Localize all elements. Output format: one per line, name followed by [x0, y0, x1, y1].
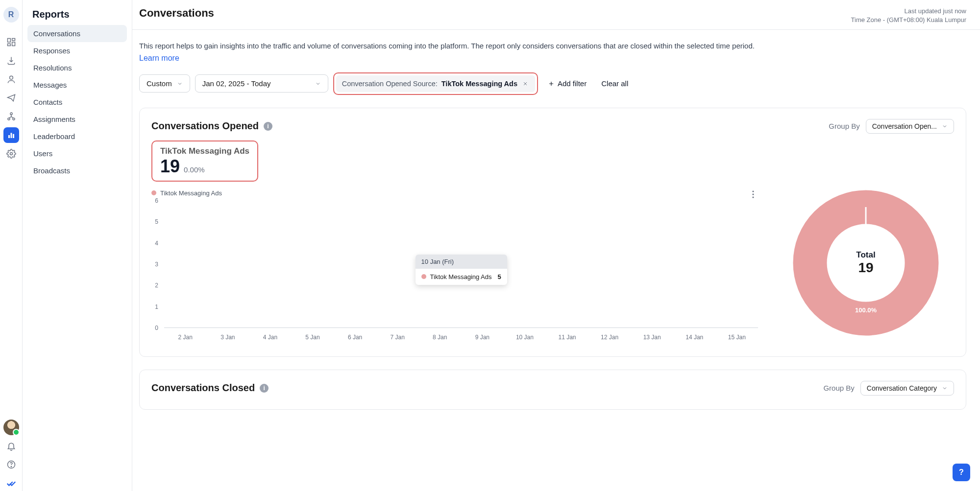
help-bubble-button[interactable]: ?	[953, 464, 970, 481]
chevron-down-icon	[942, 123, 948, 129]
svg-point-4	[9, 76, 13, 79]
sidebar: Reports ConversationsResponsesResolution…	[23, 0, 132, 491]
svg-point-13	[752, 190, 754, 192]
chart-legend: Tiktok Messaging Ads	[151, 189, 758, 197]
x-tick: 13 Jan	[631, 330, 673, 343]
info-icon[interactable]: i	[264, 122, 272, 131]
x-tick: 6 Jan	[334, 330, 376, 343]
svg-rect-1	[12, 39, 15, 41]
svg-point-6	[7, 118, 9, 120]
filter-highlight: Conversation Opened Source: TikTok Messa…	[333, 72, 538, 95]
x-tick: 10 Jan	[504, 330, 546, 343]
chevron-down-icon	[315, 81, 321, 87]
svg-point-5	[10, 113, 12, 115]
svg-rect-0	[7, 39, 10, 43]
group-by-label: Group By	[823, 384, 854, 392]
legend-dot	[421, 274, 426, 279]
svg-rect-2	[12, 42, 15, 46]
x-tick: 12 Jan	[588, 330, 631, 343]
sidebar-item-leaderboard[interactable]: Leaderboard	[27, 128, 127, 145]
sidebar-title: Reports	[27, 9, 127, 20]
tooltip-value: 5	[498, 273, 501, 281]
inbox-icon[interactable]	[3, 53, 19, 69]
bar-chart-panel: Tiktok Messaging Ads 0123456 10 Jan (Fri…	[151, 189, 758, 343]
range-type-value: Custom	[147, 79, 172, 88]
kpi-highlight: TikTok Messaging Ads 19 0.00%	[151, 140, 258, 182]
kpi-value: 19	[160, 156, 180, 177]
svg-point-12	[11, 467, 11, 467]
svg-point-15	[752, 196, 754, 198]
card-conversations-opened: Conversations Opened i Group By Conversa…	[139, 108, 966, 357]
kpi-pct: 0.00%	[184, 165, 205, 174]
y-tick: 3	[155, 261, 158, 268]
reports-icon[interactable]	[3, 127, 19, 143]
filter-chip-source[interactable]: Conversation Opened Source: TikTok Messa…	[336, 75, 535, 92]
donut-panel: Total 19 100.0%	[778, 189, 954, 336]
group-by-select[interactable]: Conversation Open...	[866, 119, 954, 134]
page-title: Conversations	[139, 7, 214, 20]
bar-chart[interactable]: 0123456 10 Jan (Fri) Tiktok Messaging Ad…	[151, 201, 758, 343]
sidebar-item-responses[interactable]: Responses	[27, 42, 127, 59]
chip-value: TikTok Messaging Ads	[441, 80, 517, 88]
sidebar-item-assignments[interactable]: Assignments	[27, 111, 127, 128]
chart-menu-button[interactable]	[748, 189, 758, 199]
card-conversations-closed: Conversations Closed i Group By Conversa…	[139, 370, 966, 410]
add-filter-label: Add filter	[558, 79, 587, 88]
kpi-title: TikTok Messaging Ads	[160, 146, 249, 156]
sidebar-item-contacts[interactable]: Contacts	[27, 94, 127, 111]
logo-icon[interactable]	[3, 475, 19, 491]
help-icon[interactable]	[3, 457, 19, 472]
learn-more-link[interactable]: Learn more	[139, 54, 179, 63]
svg-rect-10	[13, 134, 14, 138]
timezone: Time Zone - (GMT+08:00) Kuala Lumpur	[851, 16, 966, 24]
svg-rect-9	[10, 133, 12, 139]
info-icon[interactable]: i	[260, 384, 269, 393]
notifications-icon[interactable]	[3, 438, 19, 454]
clear-all-button[interactable]: Clear all	[596, 75, 633, 92]
card-title: Conversations Opened	[151, 120, 259, 132]
workflow-icon[interactable]	[3, 109, 19, 124]
card-title: Conversations Closed	[151, 382, 255, 394]
contacts-icon[interactable]	[3, 71, 19, 87]
sidebar-item-resolutions[interactable]: Resolutions	[27, 59, 127, 76]
x-tick: 7 Jan	[376, 330, 419, 343]
chip-remove-button[interactable]	[521, 80, 529, 88]
user-avatar[interactable]	[3, 420, 19, 435]
date-range-value: Jan 02, 2025 - Today	[202, 79, 271, 88]
donut-pct: 100.0%	[855, 306, 877, 314]
donut-label: Total	[856, 250, 875, 260]
x-tick: 8 Jan	[418, 330, 461, 343]
svg-point-14	[752, 193, 754, 195]
group-by-value: Conversation Open...	[872, 122, 937, 130]
range-type-select[interactable]: Custom	[139, 74, 190, 93]
broadcast-icon[interactable]	[3, 90, 19, 106]
date-range-select[interactable]: Jan 02, 2025 - Today	[195, 74, 328, 93]
svg-rect-3	[7, 44, 10, 46]
brand-badge[interactable]: R	[3, 7, 19, 23]
svg-point-11	[10, 153, 12, 155]
x-tick: 11 Jan	[546, 330, 588, 343]
page-header: Conversations Last updated just now Time…	[132, 0, 980, 30]
x-tick: 2 Jan	[164, 330, 207, 343]
report-description: This report helps to gain insights into …	[139, 41, 966, 52]
donut-chart[interactable]: Total 19 100.0%	[792, 189, 939, 336]
header-meta: Last updated just now Time Zone - (GMT+0…	[851, 7, 966, 24]
sidebar-item-broadcasts[interactable]: Broadcasts	[27, 162, 127, 179]
add-filter-button[interactable]: Add filter	[543, 75, 591, 92]
sidebar-item-conversations[interactable]: Conversations	[27, 25, 127, 42]
sidebar-item-messages[interactable]: Messages	[27, 76, 127, 94]
group-by-value: Conversation Category	[867, 384, 937, 392]
y-tick: 5	[155, 218, 158, 225]
dashboard-icon[interactable]	[3, 34, 19, 50]
main-content: Conversations Last updated just now Time…	[132, 0, 980, 491]
y-tick: 1	[155, 304, 158, 310]
donut-value: 19	[858, 260, 873, 276]
x-tick: 9 Jan	[461, 330, 504, 343]
sidebar-item-users[interactable]: Users	[27, 145, 127, 162]
x-tick: 4 Jan	[249, 330, 292, 343]
last-updated: Last updated just now	[851, 7, 966, 16]
group-by-select[interactable]: Conversation Category	[860, 381, 954, 396]
filters-row: Custom Jan 02, 2025 - Today Conversation…	[139, 72, 966, 95]
settings-icon[interactable]	[3, 146, 19, 162]
y-tick: 2	[155, 282, 158, 289]
